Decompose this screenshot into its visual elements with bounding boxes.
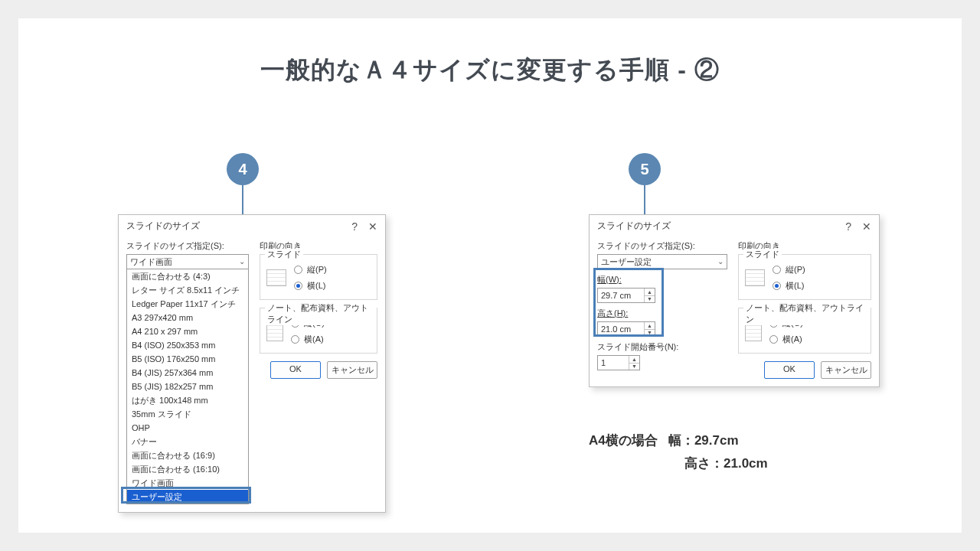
- radio-landscape[interactable]: 横(L): [773, 280, 805, 292]
- list-item[interactable]: A3 297x420 mm: [127, 311, 248, 324]
- radio-notes-landscape[interactable]: 横(A): [769, 334, 803, 345]
- width-label: 幅(W):: [597, 274, 727, 285]
- caption-line1: A4横の場合 幅：29.7cm: [589, 432, 739, 449]
- dialog-slide-size-4: スライドのサイズ ? ✕ スライドのサイズ指定(S): ワイド画面 ⌄ 画面に合…: [118, 214, 386, 513]
- radio-landscape[interactable]: 横(L): [294, 280, 327, 292]
- list-item-user-setting[interactable]: ユーザー設定: [127, 490, 248, 504]
- radio-portrait[interactable]: 縦(P): [294, 264, 327, 276]
- ok-button[interactable]: OK: [764, 361, 815, 379]
- size-spec-label: スライドのサイズ指定(S):: [126, 240, 249, 252]
- dialog-title-text: スライドのサイズ: [126, 220, 200, 233]
- list-item[interactable]: 画面に合わせる (16:9): [127, 448, 248, 462]
- notes-orient-group: ノート、配布資料、アウトライン 縦(O) 横(A): [260, 308, 377, 354]
- caption-line2: 高さ：21.0cm: [684, 455, 768, 472]
- list-item[interactable]: B5 (JIS) 182x257 mm: [127, 380, 248, 393]
- height-input[interactable]: 21.0 cm ▲▼: [597, 321, 655, 337]
- list-item[interactable]: はがき 100x148 mm: [127, 393, 248, 407]
- cancel-button[interactable]: キャンセル: [327, 361, 377, 379]
- slide-orient-group: スライド 縦(P) 横(L): [260, 254, 377, 300]
- chevron-down-icon: ⌄: [717, 255, 724, 269]
- page-icon: [745, 269, 765, 286]
- size-spec-label: スライドのサイズ指定(S):: [597, 240, 727, 252]
- list-item[interactable]: レター サイズ 8.5x11 インチ: [127, 283, 248, 297]
- list-item[interactable]: OHP: [127, 421, 248, 435]
- dialog-titlebar: スライドのサイズ ? ✕: [590, 215, 879, 237]
- spinner-icon[interactable]: ▲▼: [644, 289, 655, 302]
- slide-orient-group: スライド 縦(P) 横(L): [738, 254, 871, 300]
- list-item[interactable]: ワイド画面: [127, 476, 248, 490]
- list-item[interactable]: B5 (ISO) 176x250 mm: [127, 352, 248, 366]
- start-number-label: スライド開始番号(N):: [597, 341, 727, 353]
- radio-notes-landscape[interactable]: 横(A): [291, 334, 325, 345]
- radio-portrait[interactable]: 縦(P): [773, 264, 805, 276]
- page-title: 一般的なＡ４サイズに変更する手順 - ②: [18, 18, 962, 87]
- close-icon[interactable]: ✕: [862, 220, 871, 233]
- dialog-titlebar: スライドのサイズ ? ✕: [119, 215, 385, 237]
- spinner-icon[interactable]: ▲▼: [629, 356, 639, 370]
- cancel-button[interactable]: キャンセル: [821, 361, 871, 379]
- notes-group-label: ノート、配布資料、アウトライン: [265, 302, 377, 325]
- slide-group-label: スライド: [265, 249, 303, 260]
- list-item[interactable]: B4 (ISO) 250x353 mm: [127, 338, 248, 352]
- slide-group-label: スライド: [743, 249, 782, 260]
- step-badge-5: 5: [629, 153, 661, 185]
- ok-button[interactable]: OK: [270, 361, 321, 379]
- size-combo[interactable]: ユーザー設定 ⌄: [597, 254, 727, 269]
- size-dropdown[interactable]: 画面に合わせる (4:3) レター サイズ 8.5x11 インチ Ledger …: [126, 269, 249, 504]
- start-number-input[interactable]: 1 ▲▼: [597, 355, 640, 370]
- list-item[interactable]: Ledger Paper 11x17 インチ: [127, 297, 248, 311]
- step-badge-4: 4: [227, 153, 259, 185]
- chevron-down-icon: ⌄: [239, 255, 245, 269]
- dialog-slide-size-5: スライドのサイズ ? ✕ スライドのサイズ指定(S): ユーザー設定 ⌄ 幅(W…: [589, 214, 880, 387]
- list-item[interactable]: バナー: [127, 435, 248, 448]
- help-icon[interactable]: ?: [845, 220, 851, 233]
- list-item[interactable]: 35mm スライド: [127, 407, 248, 421]
- height-label: 高さ(H):: [597, 308, 727, 319]
- size-combo[interactable]: ワイド画面 ⌄: [126, 254, 249, 269]
- notes-group-label: ノート、配布資料、アウトライン: [743, 302, 871, 325]
- notes-orient-group: ノート、配布資料、アウトライン 縦(O) 横(A): [738, 308, 871, 354]
- slide-container: 一般的なＡ４サイズに変更する手順 - ② 4 スライドのサイズ ? ✕ スライド…: [18, 18, 962, 533]
- close-icon[interactable]: ✕: [368, 220, 377, 233]
- list-item[interactable]: B4 (JIS) 257x364 mm: [127, 366, 248, 380]
- list-item[interactable]: 画面に合わせる (4:3): [127, 269, 248, 283]
- spinner-icon[interactable]: ▲▼: [644, 322, 655, 336]
- width-input[interactable]: 29.7 cm ▲▼: [597, 288, 655, 303]
- dialog-title-text: スライドのサイズ: [597, 220, 671, 233]
- page-icon: [266, 269, 286, 286]
- help-icon[interactable]: ?: [351, 220, 358, 233]
- list-item[interactable]: A4 210 x 297 mm: [127, 324, 248, 338]
- list-item[interactable]: 画面に合わせる (16:10): [127, 462, 248, 476]
